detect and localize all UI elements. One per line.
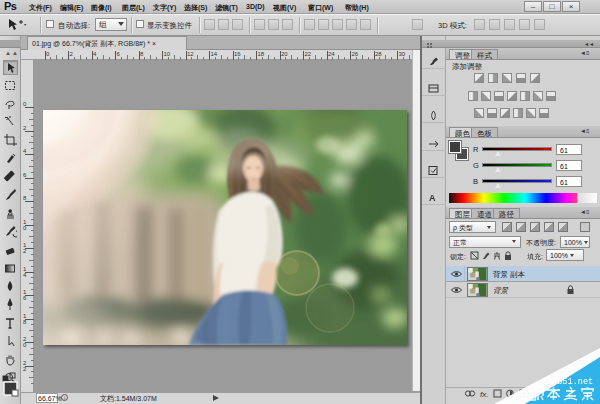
svg-text:fx.: fx.	[480, 390, 488, 399]
svg-text:A: A	[429, 193, 436, 203]
